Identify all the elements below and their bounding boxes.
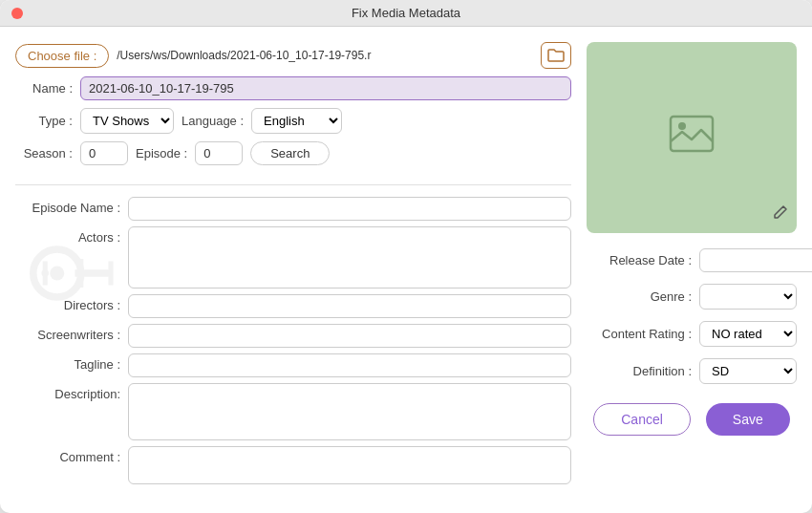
genre-select[interactable] — [699, 284, 797, 310]
season-label: Season : — [15, 146, 73, 160]
description-label: Description: — [15, 383, 120, 401]
genre-label: Genre : — [587, 289, 692, 304]
cancel-button[interactable]: Cancel — [593, 403, 691, 436]
directors-input[interactable] — [128, 294, 571, 318]
definition-label: Definition : — [587, 364, 692, 378]
choose-file-row: Choose file : /Users/ws/Downloads/2021-0… — [15, 42, 571, 69]
folder-icon — [547, 48, 565, 63]
season-episode-row: Season : Episode : Search — [15, 141, 571, 165]
image-icon — [669, 115, 715, 161]
fields-container: Episode Name : Actors : Directors : Scre… — [15, 197, 571, 498]
comment-label: Comment : — [15, 446, 120, 464]
screenwriters-row: Screenwriters : — [15, 324, 571, 348]
content-rating-row: Content Rating : NO rated G PG PG-13 R N… — [587, 321, 797, 347]
definition-row: Definition : SD HD 4K — [587, 358, 797, 384]
episode-name-row: Episode Name : — [15, 197, 571, 221]
type-label: Type : — [15, 114, 73, 128]
name-input[interactable]: 2021-06-10_10-17-19-795 — [80, 76, 571, 100]
meta-fields: Release Date : Genre : Content Rating : … — [587, 245, 797, 384]
language-select[interactable]: English French Spanish German Japanese — [251, 108, 342, 134]
save-button[interactable]: Save — [706, 403, 790, 436]
release-date-row: Release Date : — [587, 248, 797, 272]
episode-name-input[interactable] — [128, 197, 571, 221]
name-row: Name : 2021-06-10_10-17-19-795 — [15, 76, 571, 100]
form-area: Episode Name : Actors : Directors : Scre… — [15, 197, 571, 498]
edit-image-button[interactable] — [772, 203, 789, 225]
comment-row: Comment : — [15, 446, 571, 484]
screenwriters-input[interactable] — [128, 324, 571, 348]
actors-textarea[interactable] — [128, 226, 571, 289]
choose-file-button[interactable]: Choose file : — [15, 44, 109, 68]
tagline-row: Tagline : — [15, 353, 571, 377]
type-select[interactable]: TV Shows Movies Music — [80, 108, 174, 134]
language-label: Language : — [182, 114, 244, 128]
directors-row: Directors : — [15, 294, 571, 318]
titlebar: Fix Media Metadata — [0, 0, 812, 27]
file-path-display: /Users/ws/Downloads/2021-06-10_10-17-19-… — [117, 49, 533, 62]
left-panel: Choose file : /Users/ws/Downloads/2021-0… — [15, 42, 571, 498]
actors-row: Actors : — [15, 226, 571, 289]
divider — [15, 184, 571, 185]
directors-label: Directors : — [15, 294, 120, 312]
release-date-label: Release Date : — [587, 253, 692, 267]
screenwriters-label: Screenwriters : — [15, 324, 120, 342]
definition-select[interactable]: SD HD 4K — [699, 358, 797, 384]
release-date-input[interactable] — [699, 248, 812, 272]
right-panel: Release Date : Genre : Content Rating : … — [587, 42, 797, 498]
window-title: Fix Media Metadata — [352, 6, 460, 20]
close-button[interactable] — [11, 8, 23, 19]
folder-button[interactable] — [541, 42, 571, 69]
episode-label: Episode : — [136, 146, 187, 160]
comment-textarea[interactable] — [128, 446, 571, 484]
action-buttons: Cancel Save — [587, 403, 797, 436]
thumbnail-area — [587, 42, 797, 233]
svg-point-9 — [678, 122, 686, 130]
actors-label: Actors : — [15, 226, 120, 245]
tagline-label: Tagline : — [15, 353, 120, 372]
main-window: Fix Media Metadata Choose file : /Users/… — [0, 0, 812, 513]
top-controls: Choose file : /Users/ws/Downloads/2021-0… — [15, 42, 571, 173]
episode-input[interactable] — [195, 141, 243, 165]
description-textarea[interactable] — [128, 383, 571, 440]
name-label: Name : — [15, 81, 73, 96]
genre-row: Genre : — [587, 284, 797, 310]
season-input[interactable] — [80, 141, 128, 165]
content-rating-select[interactable]: NO rated G PG PG-13 R NC-17 — [699, 321, 797, 347]
episode-name-label: Episode Name : — [15, 197, 120, 215]
content-rating-label: Content Rating : — [587, 327, 692, 341]
tagline-input[interactable] — [128, 353, 571, 377]
type-language-row: Type : TV Shows Movies Music Language : … — [15, 108, 571, 134]
search-button[interactable]: Search — [250, 141, 330, 165]
main-content: Choose file : /Users/ws/Downloads/2021-0… — [0, 27, 812, 513]
description-row: Description: — [15, 383, 571, 440]
